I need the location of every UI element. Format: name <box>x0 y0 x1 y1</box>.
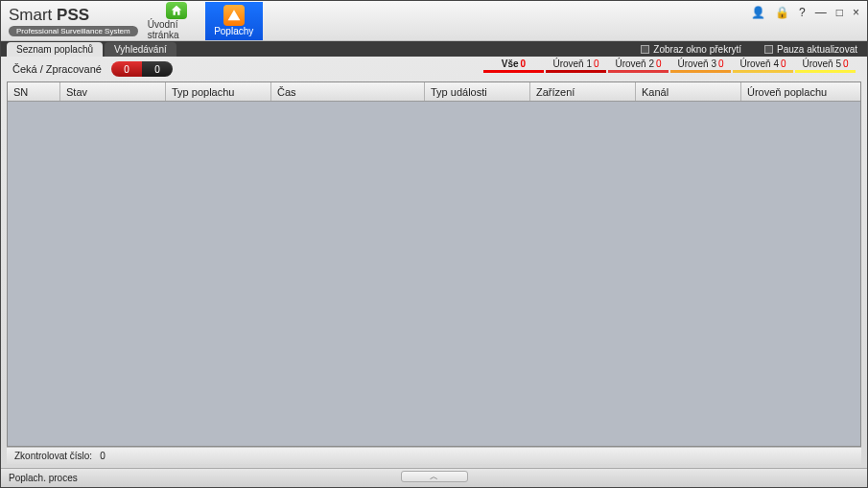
main-panel: Čeká / Zpracované 0 0 Vše 0 Úroveň 1 0 Ú… <box>1 57 867 468</box>
alarm-icon <box>223 5 245 26</box>
toolbar: Čeká / Zpracované 0 0 Vše 0 Úroveň 1 0 Ú… <box>7 58 861 80</box>
nav-alarms[interactable]: Poplachy <box>205 2 263 40</box>
level-bar-all <box>483 70 544 73</box>
brand-bold: PSS <box>57 6 89 24</box>
level-filters: Vše 0 Úroveň 1 0 Úroveň 2 0 Úroveň 3 0 Ú… <box>483 58 856 80</box>
tab-search[interactable]: Vyhledávání <box>105 42 176 57</box>
table-header: SN Stav Typ poplachu Čas Typ události Za… <box>8 82 860 102</box>
table-footer: Zkontrolovat číslo: 0 <box>7 447 861 464</box>
subtabs: Seznam poplachů Vyhledávání <box>7 41 178 57</box>
pending-label: Čeká / Zpracované <box>12 63 102 75</box>
level-1[interactable]: Úroveň 1 0 <box>546 58 606 73</box>
level-2-label: Úroveň 2 <box>615 58 654 69</box>
close-button[interactable]: × <box>853 7 859 18</box>
option-strip: Seznam poplachů Vyhledávání Zobraz okno … <box>1 41 867 57</box>
checkbox-icon <box>764 45 773 54</box>
level-1-label: Úroveň 1 <box>552 58 592 69</box>
brand-subtitle: Professional Surveillance System <box>9 26 138 36</box>
level-3-count: 0 <box>718 58 724 69</box>
user-icon[interactable]: 👤 <box>751 7 765 18</box>
col-sn[interactable]: SN <box>8 82 60 101</box>
alarm-table: SN Stav Typ poplachu Čas Typ události Za… <box>7 81 861 447</box>
level-5-count: 0 <box>843 58 849 69</box>
window-controls: 👤 🔒 ? — □ × <box>751 7 859 18</box>
level-3[interactable]: Úroveň 3 0 <box>670 58 731 73</box>
level-5[interactable]: Úroveň 5 0 <box>795 58 856 73</box>
chevron-up-icon: ︿ <box>430 471 438 483</box>
level-all[interactable]: Vše 0 <box>483 58 544 73</box>
level-bar-4 <box>733 70 793 73</box>
check-value: 0 <box>100 451 106 461</box>
level-bar-3 <box>670 70 731 73</box>
help-icon[interactable]: ? <box>799 7 806 18</box>
check-label: Zkontrolovat číslo: <box>14 451 92 461</box>
brand-title: Smart PSS <box>9 6 138 25</box>
level-bar-5 <box>795 70 856 73</box>
level-bar-1 <box>546 70 606 73</box>
col-zarizeni[interactable]: Zařízení <box>530 82 636 101</box>
checkbox-icon <box>641 45 649 54</box>
maximize-button[interactable]: □ <box>836 7 843 18</box>
level-2[interactable]: Úroveň 2 0 <box>608 58 669 73</box>
level-all-label: Vše <box>502 58 519 69</box>
title-bar: Smart PSS Professional Surveillance Syst… <box>1 1 867 41</box>
tab-alarm-list[interactable]: Seznam poplachů <box>7 42 103 57</box>
pause-label: Pauza aktualizovat <box>777 44 857 55</box>
minimize-button[interactable]: — <box>815 7 827 18</box>
overlay-label: Zobraz okno překrytí <box>653 44 741 55</box>
status-text: Poplach. proces <box>9 473 78 483</box>
col-kanal[interactable]: Kanál <box>636 82 741 101</box>
nav-alarms-label: Poplachy <box>214 26 253 36</box>
level-all-count: 0 <box>521 58 527 69</box>
level-4-count: 0 <box>781 58 786 69</box>
level-1-count: 0 <box>594 58 599 69</box>
status-bar: Poplach. proces ︿ <box>1 468 867 487</box>
col-uroven[interactable]: Úroveň poplachu <box>741 82 860 101</box>
pending-pill[interactable]: 0 0 <box>111 61 173 77</box>
brand: Smart PSS Professional Surveillance Syst… <box>9 6 138 36</box>
col-cas[interactable]: Čas <box>271 82 425 101</box>
level-5-label: Úroveň 5 <box>802 58 841 69</box>
level-4[interactable]: Úroveň 4 0 <box>733 58 793 73</box>
nav-home[interactable]: Úvodní stránka <box>148 2 205 40</box>
app-window: Smart PSS Professional Surveillance Syst… <box>0 0 868 488</box>
col-typ-poplachu[interactable]: Typ poplachu <box>166 82 271 101</box>
level-4-label: Úroveň 4 <box>739 58 779 69</box>
overlay-checkbox[interactable]: Zobraz okno překrytí <box>641 44 741 55</box>
col-typ-udalosti[interactable]: Typ události <box>425 82 530 101</box>
pause-checkbox[interactable]: Pauza aktualizovat <box>764 44 857 55</box>
expand-handle[interactable]: ︿ <box>401 471 468 482</box>
home-icon <box>166 2 187 19</box>
lock-icon[interactable]: 🔒 <box>775 7 789 18</box>
col-stav[interactable]: Stav <box>60 82 166 101</box>
pending-count: 0 <box>111 61 142 77</box>
table-body <box>8 102 860 446</box>
level-2-count: 0 <box>656 58 662 69</box>
brand-light: Smart <box>9 6 57 24</box>
level-bar-2 <box>608 70 669 73</box>
processed-count: 0 <box>142 61 173 77</box>
level-3-label: Úroveň 3 <box>677 58 716 69</box>
nav-home-label: Úvodní stránka <box>148 19 205 40</box>
